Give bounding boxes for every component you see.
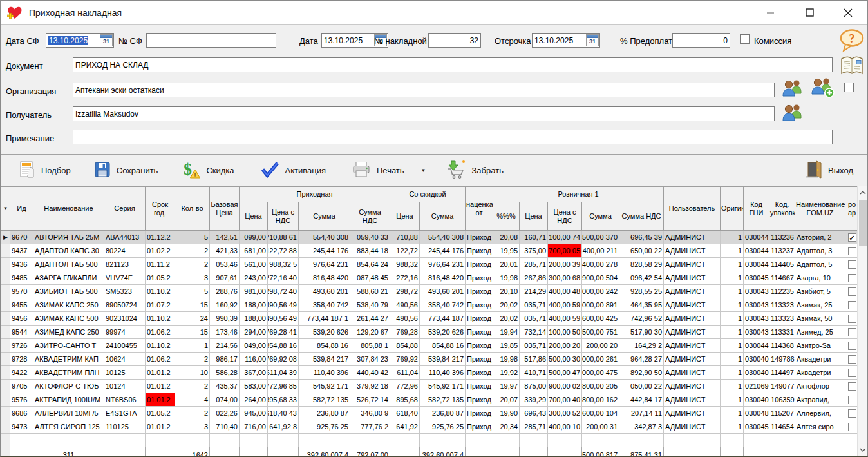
zabrat-button[interactable]: Забрать [446, 160, 504, 181]
cell[interactable]: 149786 [769, 353, 795, 366]
col-header-sk-cena[interactable]: Цена [390, 202, 420, 231]
cell[interactable]: 74 100,00 [548, 231, 582, 244]
cell[interactable]: АДМИНИСТ [664, 231, 721, 244]
cell[interactable]: АЗИМАК КАПС 500 [33, 312, 104, 326]
cell[interactable]: 10124 [104, 380, 146, 393]
cell[interactable]: Приход [466, 393, 493, 407]
table-row[interactable]: 9686АЛЛЕРВИЛ 10МГ/5E4S1GTA01.05.22022,26… [1, 407, 859, 420]
help-icon[interactable]: ? [839, 28, 865, 54]
cell[interactable]: 01.02.2 [146, 244, 175, 258]
cell[interactable]: АЗИТРО-САНТО Т [33, 339, 104, 353]
row-checkbox[interactable] [848, 355, 856, 364]
table-row[interactable]: 9728АКВАДЕТРИМ КАП1062401.06.22986,17116… [1, 353, 859, 366]
cell[interactable]: 2 [175, 258, 210, 271]
cell[interactable]: Азибиот, 5 [795, 285, 845, 298]
cell[interactable]: 42 440,40 [350, 366, 390, 380]
cell[interactable]: 135 582,72 [420, 393, 466, 407]
cell[interactable]: 030045 [744, 271, 769, 285]
cell[interactable]: 2 777,76 [350, 420, 390, 434]
cell[interactable]: 21 588,60 [350, 285, 390, 298]
cell[interactable]: 742 358,40 [299, 298, 350, 312]
cell[interactable]: Приход [466, 298, 493, 312]
cell[interactable]: 049,00 [240, 339, 268, 353]
cell[interactable]: 40 272,16 [268, 271, 299, 285]
cell[interactable]: 45 087,48 [350, 271, 390, 285]
cell[interactable]: 22 050,00 [619, 380, 664, 393]
cell[interactable]: 988,32 [390, 258, 420, 271]
cell[interactable]: АЛТЕЯ СИРОП 125 [33, 420, 104, 434]
row-checkbox[interactable] [848, 382, 856, 391]
cell[interactable]: АДМИНИСТ [664, 353, 721, 366]
cell[interactable]: 586,28 [210, 366, 240, 380]
table-row[interactable]: 9456АЗИМАК КАПС 5009023102401.10.224990,… [1, 312, 859, 326]
cell[interactable]: 9576 [10, 393, 33, 407]
cell[interactable]: Аллервил, [795, 407, 845, 420]
col-header-prih-cena[interactable]: Цена [240, 202, 268, 231]
cell[interactable]: 854,88 [390, 339, 420, 353]
row-indicator[interactable] [1, 326, 10, 339]
cell[interactable]: Приход [466, 339, 493, 353]
cell[interactable]: 1 [721, 366, 744, 380]
cell[interactable]: 022,26 [210, 407, 240, 420]
n-nakl-field[interactable]: 32 [428, 33, 481, 48]
col-header-rozn-cena[interactable]: Цена [520, 202, 548, 231]
scroll-up-icon[interactable] [858, 186, 868, 199]
org-checkbox[interactable] [844, 83, 854, 92]
cell[interactable]: 135 582,72 [299, 393, 350, 407]
row-checkbox[interactable] [848, 369, 856, 377]
cell[interactable]: 01.01.2 [146, 366, 175, 380]
cell[interactable]: 01.11.2 [146, 258, 175, 271]
cell[interactable]: 114497 [769, 366, 795, 380]
cell[interactable]: 217 539,84 [299, 353, 350, 366]
row-checkbox[interactable] [848, 328, 856, 336]
cell[interactable]: 25 925,76 [299, 420, 350, 434]
cell[interactable]: 115207 [769, 407, 795, 420]
cell[interactable]: 01.05.2 [146, 271, 175, 285]
cell[interactable]: 30 517,90 [619, 326, 664, 339]
cell[interactable]: 87 236,80 [420, 407, 466, 420]
cell[interactable]: Алтея сиро [795, 420, 845, 434]
cell[interactable]: 9473 [10, 420, 33, 434]
cell[interactable]: 10624 [104, 353, 146, 366]
cell[interactable]: Адаптол, 3 [795, 244, 845, 258]
row-indicator[interactable] [1, 420, 10, 434]
cell[interactable]: 67 129,20 [350, 326, 390, 339]
row-checkbox[interactable] [848, 396, 856, 404]
komissiya-checkbox[interactable] [740, 34, 750, 44]
cell[interactable]: 171 545,92 [420, 380, 466, 393]
cell[interactable]: 114405 [769, 258, 795, 271]
cell[interactable]: 1 [721, 285, 744, 298]
cell[interactable]: 18 379,92 [350, 380, 390, 393]
poluchatel-select-users-icon[interactable] [782, 102, 804, 123]
cell[interactable]: 021069 [744, 380, 769, 393]
cell[interactable]: 20 200,00 [548, 339, 582, 353]
cell[interactable]: 61 710,88 [268, 231, 299, 244]
group-header-so-skidkoy[interactable]: Со скидкой [390, 187, 466, 202]
catalog-book-icon[interactable] [839, 55, 865, 78]
cell[interactable]: 18 883,44 [350, 244, 390, 258]
cell[interactable]: Азарга, 10 [795, 271, 845, 285]
cell[interactable]: 285,71 [520, 258, 548, 271]
cell[interactable]: Актрапид, [795, 393, 845, 407]
cell[interactable]: 201 493,60 [420, 285, 466, 298]
cell[interactable]: 205 800,00 [582, 380, 619, 393]
cell[interactable]: 20,08 [493, 231, 520, 244]
cell[interactable]: 732,14 [520, 326, 548, 339]
cell[interactable]: 1 [721, 339, 744, 353]
cell[interactable]: 85 772,96 [268, 380, 299, 393]
cell[interactable]: 24 854,64 [350, 258, 390, 271]
cell[interactable]: АДМИНИСТ [664, 271, 721, 285]
cell[interactable]: 769,92 [390, 353, 420, 366]
col-header-rozn-summa[interactable]: Сумма [582, 202, 619, 231]
cell[interactable]: 030044 [744, 258, 769, 271]
print-dropdown-icon[interactable]: ▼ [421, 168, 426, 173]
cell[interactable]: 769,28 [390, 326, 420, 339]
table-row[interactable]: 9437АДАПТОЛ КАПС 308022401.02.22421,3368… [1, 244, 859, 258]
cell[interactable]: 87 236,80 [299, 407, 350, 420]
cell[interactable]: 19,97 [493, 380, 520, 393]
cell[interactable]: 80224 [104, 244, 146, 258]
cell[interactable]: 5 [175, 285, 210, 298]
cell[interactable]: 435,37 [210, 380, 240, 393]
cell[interactable]: 68 300,00 [548, 271, 582, 285]
cell[interactable]: 035,71 [520, 298, 548, 312]
